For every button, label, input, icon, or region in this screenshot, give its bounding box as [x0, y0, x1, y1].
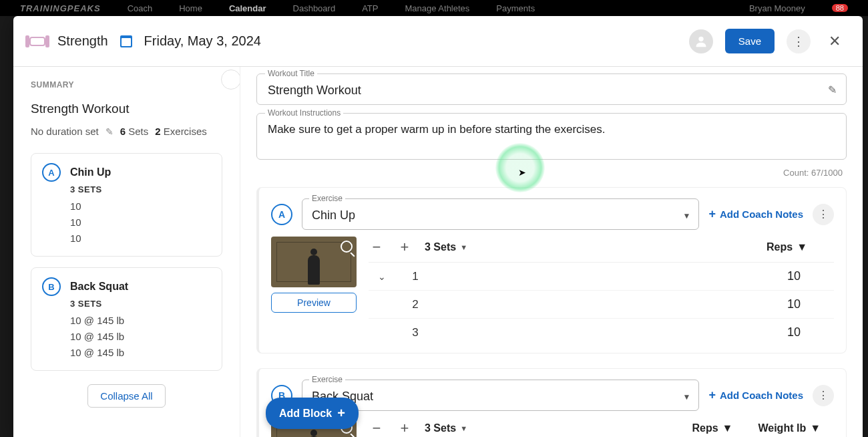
set-row: 2 10 [369, 291, 834, 319]
add-block-button[interactable]: Add Block + [266, 398, 359, 429]
collapse-all-button[interactable]: Collapse All [87, 384, 165, 408]
chevron-down-icon: ▼ [797, 241, 807, 253]
set-row: 3 10 [369, 319, 834, 346]
exercise-select[interactable]: Exercise Chin Up ▼ [302, 198, 699, 230]
workout-instructions-input[interactable]: Make sure to get a proper warm up in bef… [268, 123, 835, 139]
sets-count-label: 3 Sets [425, 422, 456, 434]
summary-heading: SUMMARY [31, 80, 222, 90]
workout-instructions-field[interactable]: Workout Instructions Make sure to get a … [256, 113, 847, 160]
exercise-sets-label: 3 SETS [70, 299, 211, 309]
reps-column-header[interactable]: Reps ▼ [767, 241, 807, 253]
modal-header: Strength Friday, May 3, 2024 Save ⋮ ✕ [13, 16, 863, 67]
nav-home[interactable]: Home [179, 3, 202, 13]
close-button[interactable]: ✕ [823, 29, 847, 53]
plus-icon: + [337, 406, 345, 421]
add-coach-notes-button[interactable]: + Add Coach Notes [708, 207, 803, 221]
expand-row-button[interactable]: ⌄ [369, 271, 395, 282]
dumbbell-icon [29, 37, 45, 46]
nav-role: Coach [128, 3, 153, 13]
nav-payments[interactable]: Payments [496, 3, 535, 13]
sets-count-dropdown[interactable]: 3 Sets ▼ [425, 241, 467, 253]
calendar-icon[interactable] [120, 35, 132, 47]
increment-sets-button[interactable]: + [397, 420, 413, 436]
set-summary-row: 10 @ 145 lb [70, 329, 211, 345]
add-block-label: Add Block [279, 408, 332, 420]
chevron-down-icon: ▼ [460, 424, 467, 432]
set-summary-row: 10 @ 145 lb [70, 345, 211, 361]
nav-manage[interactable]: Manage Athletes [405, 3, 469, 13]
pencil-icon[interactable]: ✎ [828, 84, 837, 96]
exercise-letter-badge: B [42, 277, 61, 296]
add-coach-notes-label: Add Coach Notes [720, 390, 803, 401]
workout-date[interactable]: Friday, May 3, 2024 [144, 33, 261, 49]
set-summary-row: 10 [70, 231, 211, 247]
field-label: Workout Instructions [265, 108, 343, 118]
field-label: Exercise [309, 194, 345, 203]
set-index: 2 [395, 298, 435, 311]
block-menu-button[interactable]: ⋮ [813, 385, 834, 406]
reps-column-header[interactable]: Reps ▼ [692, 422, 732, 434]
add-coach-notes-button[interactable]: + Add Coach Notes [708, 388, 803, 402]
weight-column-header[interactable]: Weight lb ▼ [758, 422, 821, 434]
chevron-down-icon: ▼ [683, 392, 691, 402]
add-coach-notes-label: Add Coach Notes [720, 208, 803, 220]
field-label: Exercise [309, 375, 345, 384]
set-row: ⌄ 1 10 [369, 263, 834, 291]
reps-value[interactable]: 10 [754, 297, 834, 311]
save-button[interactable]: Save [725, 29, 775, 53]
workout-title-input[interactable] [268, 84, 807, 98]
set-index: 3 [395, 326, 435, 339]
block-menu-button[interactable]: ⋮ [813, 204, 834, 225]
pencil-icon[interactable]: ✎ [105, 126, 114, 137]
workout-title-field[interactable]: Workout Title ✎ [256, 74, 847, 105]
sets-label: Sets [128, 126, 148, 137]
nav-calendar[interactable]: Calendar [229, 3, 266, 13]
svg-point-0 [698, 36, 703, 41]
summary-exercise-card[interactable]: B Back Squat 3 SETS 10 @ 145 lb 10 @ 145… [31, 267, 222, 371]
column-label: Reps [692, 422, 718, 434]
brand-logo: TRAININGPEAKS [20, 3, 101, 13]
decrement-sets-button[interactable]: − [369, 239, 385, 255]
athlete-avatar[interactable] [689, 29, 713, 53]
exercise-block: A Exercise Chin Up ▼ + Add Coach Notes ⋮ [256, 187, 847, 353]
zoom-icon [341, 241, 353, 253]
sets-count-dropdown[interactable]: 3 Sets ▼ [425, 422, 467, 434]
preview-button[interactable]: Preview [271, 293, 357, 313]
more-menu-button[interactable]: ⋮ [787, 29, 811, 53]
exercise-select-value: Chin Up [312, 208, 355, 222]
chevron-down-icon: ▼ [460, 243, 467, 251]
workout-editor-main: Workout Title ✎ Workout Instructions Mak… [240, 67, 863, 437]
exercise-sets-label: 3 SETS [70, 184, 211, 194]
field-label: Workout Title [265, 69, 317, 78]
sets-count: 6 [120, 126, 126, 137]
decrement-sets-button[interactable]: − [369, 420, 385, 436]
summary-exercise-card[interactable]: A Chin Up 3 SETS 10 10 10 [31, 153, 222, 257]
nav-user[interactable]: Bryan Mooney [749, 3, 805, 13]
exercise-letter-badge: A [42, 163, 61, 182]
reps-value[interactable]: 10 [754, 325, 834, 339]
notification-badge[interactable]: 88 [832, 4, 848, 12]
summary-sidebar: SUMMARY Strength Workout No duration set… [13, 67, 240, 437]
set-summary-row: 10 @ 145 lb [70, 313, 211, 329]
increment-sets-button[interactable]: + [397, 239, 413, 255]
char-count: Count: 67/1000 [256, 168, 843, 178]
chevron-down-icon: ▼ [810, 422, 821, 434]
plus-icon: + [708, 388, 716, 402]
exercise-thumbnail[interactable] [271, 237, 357, 287]
column-label: Reps [767, 241, 793, 253]
exercise-name: Back Squat [70, 281, 128, 293]
exercise-select[interactable]: Exercise Back Squat ▼ [302, 380, 699, 411]
summary-title: Strength Workout [31, 102, 222, 116]
exercise-letter-badge: A [271, 204, 292, 225]
nav-dashboard[interactable]: Dashboard [293, 3, 336, 13]
chevron-down-icon: ▼ [683, 211, 691, 221]
reps-value[interactable]: 10 [754, 269, 834, 283]
set-summary-row: 10 [70, 214, 211, 231]
sidebar-toggle-icon[interactable] [221, 69, 240, 90]
duration-text: No duration set [31, 126, 99, 137]
summary-meta: No duration set ✎ 6 Sets 2 Exercises [31, 126, 222, 137]
nav-atp[interactable]: ATP [362, 3, 378, 13]
exercise-name: Chin Up [70, 166, 111, 178]
workout-type: Strength [57, 33, 108, 49]
chevron-down-icon: ▼ [722, 422, 733, 434]
